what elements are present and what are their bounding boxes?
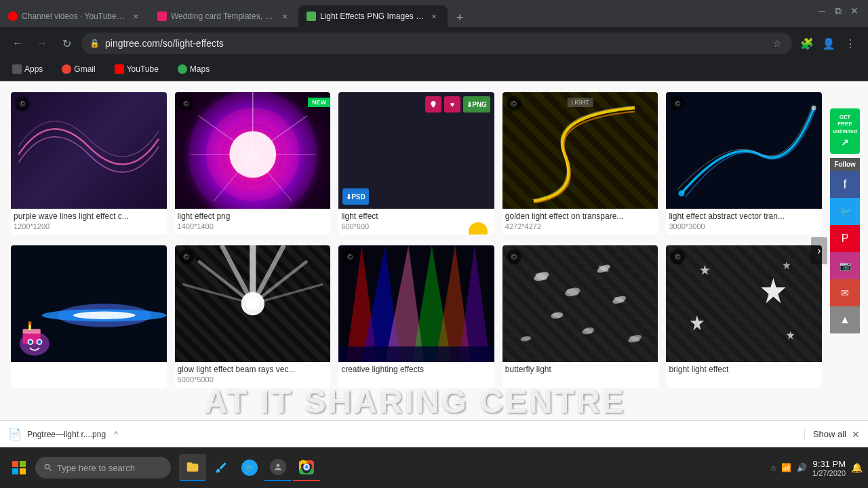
extensions-icon[interactable]: 🧩 <box>797 34 816 53</box>
pinterest-social-button[interactable]: P <box>830 225 860 252</box>
svg-marker-60 <box>783 261 791 270</box>
bookmark-youtube[interactable]: YouTube <box>111 63 163 75</box>
clock-time: 9:31 PM <box>812 459 846 469</box>
network-icon[interactable]: 📶 <box>781 463 791 472</box>
system-tray[interactable]: ⌂ <box>771 463 776 472</box>
svg-rect-64 <box>12 468 18 474</box>
taskbar-search[interactable]: Type here to search <box>35 457 171 479</box>
maximize-button[interactable]: ⧉ <box>833 5 844 16</box>
card-white-burst[interactable]: © glow light effect beam rays vec... 500… <box>175 245 331 388</box>
download-icon: 📄 <box>8 428 22 441</box>
tab-3[interactable]: Light Effects PNG Images | Vecto... ✕ <box>298 5 448 27</box>
taskbar-chrome[interactable] <box>293 454 320 481</box>
svg-point-33 <box>246 298 258 310</box>
bookmark-star-icon[interactable]: ☆ <box>770 37 784 50</box>
tab-1-close[interactable]: ✕ <box>130 11 141 22</box>
start-button[interactable] <box>5 454 33 481</box>
card-image-wrapper: © <box>502 245 658 362</box>
close-window-button[interactable]: ✕ <box>849 5 860 16</box>
svg-point-20 <box>28 321 31 325</box>
card-info: glow light effect beam rays vec... 5000*… <box>175 362 331 388</box>
card-title: butterfly light <box>505 365 656 374</box>
notifications-icon[interactable]: 🔔 <box>851 462 863 473</box>
bookmark-youtube-label: YouTube <box>127 64 159 74</box>
download-item: 📄 Pngtree—light r....png ^ <box>0 428 804 441</box>
svg-point-71 <box>304 465 308 468</box>
address-bar-row: ← → ↻ 🔒 pingtree.com/so/light-effects ☆ … <box>0 27 868 60</box>
card-image-wrapper: ♥ ⬇PNG ⬇PSD <box>338 92 494 209</box>
svg-rect-18 <box>23 329 41 334</box>
clock[interactable]: 9:31 PM 1/27/2020 <box>812 459 846 477</box>
bookmark-maps[interactable]: Maps <box>174 63 214 75</box>
card-blue-star-character[interactable] <box>11 245 167 388</box>
bookmark-gmail[interactable]: Gmail <box>58 63 99 75</box>
profile-icon[interactable]: 👤 <box>819 34 838 53</box>
minimize-button[interactable]: ─ <box>816 5 827 16</box>
svg-point-11 <box>812 106 816 110</box>
forward-button[interactable]: → <box>33 34 52 53</box>
bookmark-apps[interactable]: Apps <box>8 63 47 75</box>
card-blue-lines[interactable]: © light effect abstract vector tran... 3… <box>666 92 822 235</box>
card-image-wrapper: © <box>338 245 494 362</box>
new-tab-button[interactable]: + <box>450 8 469 27</box>
card-title: light effect <box>341 211 492 221</box>
card-size: 3000*3000 <box>669 222 819 230</box>
taskbar: Type here to search 🐦 <box>0 447 868 488</box>
image-grid-row2: © glow light effect beam rays vec... 500… <box>5 240 827 393</box>
card-stage-lights[interactable]: © creative lighting effects <box>338 245 494 388</box>
card-purple-waves[interactable]: © purple wave lines light effect c... 12… <box>11 92 167 235</box>
pin-button[interactable] <box>425 96 441 113</box>
address-bar[interactable]: 🔒 pingtree.com/so/light-effects ☆ <box>81 33 792 54</box>
card-sparkles[interactable]: © bright light effect <box>666 245 822 388</box>
show-all-button[interactable]: Show all <box>813 429 846 439</box>
svg-marker-61 <box>787 331 794 340</box>
card-info: bright light effect <box>666 362 822 380</box>
volume-icon[interactable]: 🔊 <box>797 463 807 472</box>
svg-point-66 <box>277 464 280 467</box>
tab-2[interactable]: Wedding card Templates, 1,113 ... ✕ <box>149 5 298 27</box>
card-image-wrapper <box>11 245 167 362</box>
taskbar-file-explorer[interactable] <box>179 454 206 481</box>
url-display: pingtree.com/so/light-effects <box>105 38 760 49</box>
twitter-social-button[interactable]: 🐦 <box>830 198 860 225</box>
heart-button[interactable]: ♥ <box>444 96 460 113</box>
next-page-button[interactable]: › <box>811 237 827 264</box>
card-dark-glow[interactable]: ♥ ⬇PNG ⬇PSD light effect 600*600 <box>338 92 494 235</box>
svg-rect-65 <box>20 468 26 474</box>
tab-3-close[interactable]: ✕ <box>429 11 439 22</box>
scroll-top-button[interactable]: ▲ <box>830 306 860 333</box>
card-pink-burst[interactable]: © NEW light effect png 1400*1400 <box>175 92 331 235</box>
address-bar-icons: ☆ <box>770 37 784 50</box>
png-download-button[interactable]: ⬇PNG <box>463 96 490 113</box>
back-button[interactable]: ← <box>8 34 27 53</box>
card-golden-swirl[interactable]: © LIGHT golden light effect on transpare… <box>502 92 658 235</box>
card-title: light effect png <box>178 211 328 221</box>
facebook-social-button[interactable]: f <box>830 171 860 198</box>
copyright-icon: © <box>507 96 521 111</box>
card-size: 600*600 <box>341 222 492 230</box>
card-image-wrapper: © NEW <box>175 92 331 209</box>
tab-2-close[interactable]: ✕ <box>279 11 290 22</box>
card-butterflies[interactable]: © butterfly light <box>502 245 658 388</box>
refresh-button[interactable]: ↻ <box>57 34 76 53</box>
card-title: glow light effect beam rays vec... <box>178 365 328 374</box>
svg-marker-58 <box>700 265 710 275</box>
instagram-social-button[interactable]: 📷 <box>830 252 860 279</box>
email-social-button[interactable]: ✉ <box>830 279 860 306</box>
window-controls: ─ ⧉ ✕ <box>816 5 860 16</box>
svg-point-14 <box>73 312 136 319</box>
taskbar-paint[interactable] <box>208 454 235 481</box>
copyright-icon: © <box>507 249 521 264</box>
get-free-button[interactable]: GET FREE unlimited ↗ <box>830 108 860 154</box>
close-download-button[interactable]: ✕ <box>852 429 860 440</box>
tab-1[interactable]: Channel videos · YouTube Studio ✕ <box>0 5 149 27</box>
download-chevron-icon[interactable]: ^ <box>114 430 118 439</box>
card-info: creative lighting effects <box>338 362 494 380</box>
taskbar-windows-start[interactable] <box>264 454 292 481</box>
taskbar-right: ⌂ 📶 🔊 9:31 PM 1/27/2020 🔔 <box>771 459 863 477</box>
menu-icon[interactable]: ⋮ <box>841 34 860 53</box>
psd-download-button[interactable]: ⬇PSD <box>342 188 369 205</box>
card-info: light effect 600*600 <box>338 209 494 235</box>
download-filename: Pngtree—light r....png <box>27 430 106 439</box>
taskbar-twitter[interactable]: 🐦 <box>236 454 263 481</box>
